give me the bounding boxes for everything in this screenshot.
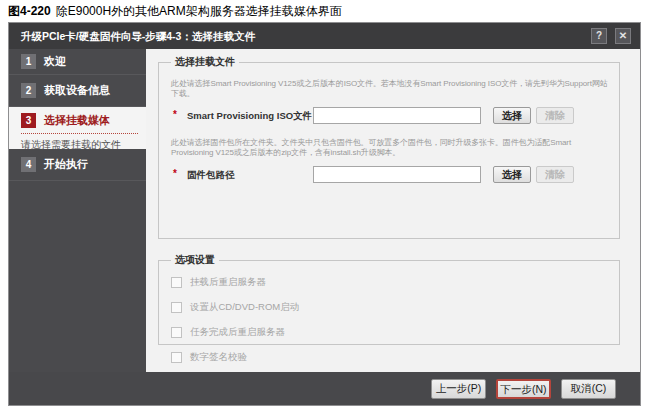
select-mount-file-section: 选择挂载文件 此处请选择Smart Provisioning V125或之后版本… — [158, 55, 620, 239]
firmware-hint-text: 此处请选择固件包所在文件夹。文件夹中只包含固件包。可放置多个固件包，同时升级多张… — [171, 138, 609, 158]
previous-step-button[interactable]: 上一步(P) — [431, 379, 486, 399]
iso-file-input[interactable] — [313, 107, 481, 124]
dialog-titlebar: 升级PCIe卡/硬盘固件向导-步骤4-3：选择挂载文件 ? ✕ — [9, 23, 640, 49]
checkbox-boot-from-cdrom[interactable] — [171, 302, 182, 313]
dialog-footer: 上一步(P) 下一步(N) 取消(C) — [9, 372, 640, 405]
footer-button-group: 上一步(P) 下一步(N) 取消(C) — [431, 379, 616, 399]
checkbox-digital-signature[interactable] — [171, 352, 182, 363]
wizard-dialog: 升级PCIe卡/硬盘固件向导-步骤4-3：选择挂载文件 ? ✕ 1 欢迎 2 获… — [8, 22, 641, 406]
iso-file-field-row: * Smart Provisioning ISO文件 选择 清除 — [171, 107, 609, 124]
wizard-content-panel: 选择挂载文件 此处请选择Smart Provisioning V125或之后版本… — [146, 49, 640, 372]
figure-number: 图4-220 — [8, 4, 51, 18]
cancel-button[interactable]: 取消(C) — [561, 379, 616, 399]
active-step-description: 请选择需要挂载的文件 — [21, 134, 138, 152]
required-asterisk: * — [173, 168, 177, 179]
step-number-badge: 1 — [21, 54, 36, 69]
wizard-steps-sidebar: 1 欢迎 2 获取设备信息 3 选择挂载媒体 请选择需要挂载的文件 4 开始执行 — [9, 49, 146, 372]
screenshot-root: { "figure": { "label": "图4-220", "title"… — [0, 0, 649, 407]
sidebar-step-get-device-info[interactable]: 2 获取设备信息 — [9, 75, 146, 107]
iso-file-label: Smart Provisioning ISO文件 — [187, 110, 312, 123]
checkbox-row-digital-signature: 数字签名校验 — [171, 351, 609, 364]
section-legend: 选择挂载文件 — [171, 55, 239, 69]
figure-caption-text: 除E9000H外的其他ARM架构服务器选择挂载媒体界面 — [56, 4, 342, 18]
sidebar-step-select-mount-media[interactable]: 3 选择挂载媒体 请选择需要挂载的文件 — [9, 107, 146, 149]
option-settings-section: 选项设置 挂载后重启服务器 设置从CD/DVD-ROM启动 任务完成后重启服务器… — [158, 253, 620, 345]
step-label: 欢迎 — [44, 54, 66, 69]
required-asterisk: * — [173, 109, 177, 120]
dialog-title: 升级PCIe卡/硬盘固件向导-步骤4-3：选择挂载文件 — [9, 23, 640, 49]
checkbox-row-boot-from-cdrom: 设置从CD/DVD-ROM启动 — [171, 301, 609, 314]
close-icon[interactable]: ✕ — [615, 28, 631, 44]
sidebar-step-welcome[interactable]: 1 欢迎 — [9, 49, 146, 75]
firmware-path-label: 固件包路径 — [187, 169, 235, 182]
iso-select-button[interactable]: 选择 — [493, 107, 531, 124]
section-legend: 选项设置 — [171, 253, 219, 267]
firmware-path-field-row: * 固件包路径 选择 清除 — [171, 166, 609, 183]
active-step-header: 3 选择挂载媒体 — [21, 113, 138, 134]
step-label: 选择挂载媒体 — [44, 113, 110, 128]
checkbox-label: 挂载后重启服务器 — [190, 276, 266, 289]
checkbox-label: 设置从CD/DVD-ROM启动 — [190, 301, 299, 314]
checkbox-restart-after-mount[interactable] — [171, 277, 182, 288]
step-number-badge: 3 — [21, 113, 36, 128]
next-step-button[interactable]: 下一步(N) — [496, 379, 551, 399]
step-number-badge: 2 — [21, 83, 36, 98]
iso-hint-text: 此处请选择Smart Provisioning V125或之后版本的ISO文件。… — [171, 79, 609, 99]
step-label: 开始执行 — [44, 157, 88, 172]
sidebar-step-start-execution[interactable]: 4 开始执行 — [9, 149, 146, 181]
figure-caption: 图4-220除E9000H外的其他ARM架构服务器选择挂载媒体界面 — [8, 3, 342, 20]
checkbox-label: 任务完成后重启服务器 — [190, 326, 285, 339]
checkbox-restart-after-task[interactable] — [171, 327, 182, 338]
checkbox-row-restart-after-mount: 挂载后重启服务器 — [171, 276, 609, 289]
firmware-select-button[interactable]: 选择 — [493, 166, 531, 183]
step-label: 获取设备信息 — [44, 83, 110, 98]
checkbox-label: 数字签名校验 — [190, 351, 247, 364]
firmware-path-input[interactable] — [313, 166, 481, 183]
help-icon[interactable]: ? — [591, 28, 607, 44]
iso-clear-button[interactable]: 清除 — [536, 107, 574, 124]
firmware-clear-button[interactable]: 清除 — [536, 166, 574, 183]
step-number-badge: 4 — [21, 157, 36, 172]
checkbox-row-restart-after-task: 任务完成后重启服务器 — [171, 326, 609, 339]
